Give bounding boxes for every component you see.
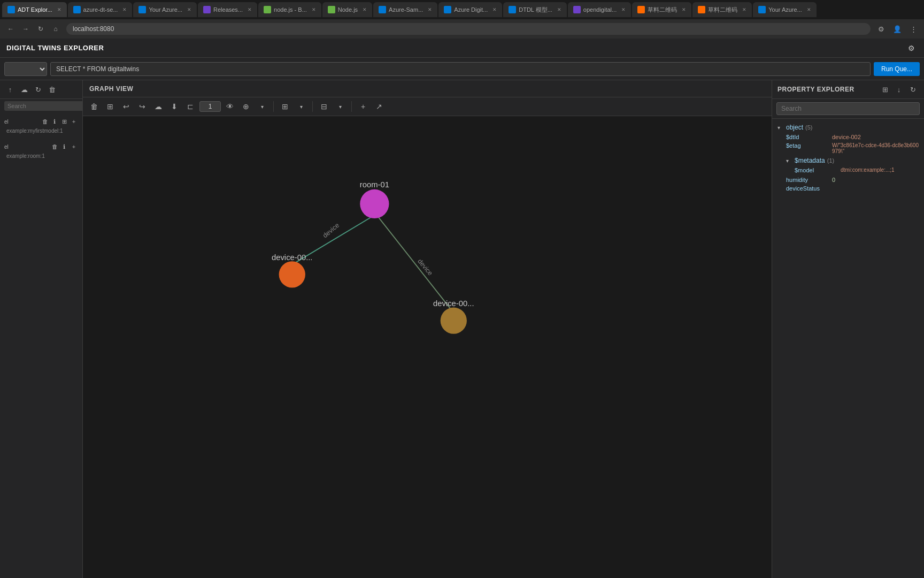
tab-close[interactable]: ✕: [742, 7, 746, 12]
split-icon[interactable]: ⊏: [183, 100, 197, 113]
add-icon[interactable]: +: [70, 142, 78, 151]
upload-icon[interactable]: ↑: [4, 83, 16, 95]
trash-icon[interactable]: 🗑: [87, 100, 101, 113]
address-input[interactable]: [66, 23, 871, 35]
chevron-down-meta-icon: ▾: [786, 158, 792, 164]
export-icon[interactable]: ↗: [372, 100, 386, 113]
back-arrow-icon[interactable]: ↩: [119, 100, 133, 113]
object-group-header[interactable]: ▾ object (5): [772, 122, 924, 133]
tab-6[interactable]: Azure Digit... ✕: [438, 2, 502, 17]
tab-11[interactable]: Your Azure... ✕: [753, 2, 817, 17]
tab-10[interactable]: 草料二维码 ✕: [692, 2, 752, 17]
tab-close[interactable]: ✕: [557, 7, 561, 12]
node-device-001[interactable]: [279, 261, 305, 287]
tab-4[interactable]: Node.js ✕: [322, 2, 372, 17]
node-device-002[interactable]: [441, 308, 467, 334]
tab-1[interactable]: Your Azure... ✕: [133, 2, 197, 17]
tab-close[interactable]: ✕: [492, 7, 497, 12]
metadata-group: ▾ $metadata (1) $model dtmi:com:example:…: [772, 155, 924, 174]
tab-close[interactable]: ✕: [312, 7, 316, 12]
property-search-input[interactable]: [776, 102, 920, 115]
forward-arrow-icon[interactable]: ↪: [135, 100, 149, 113]
plus-icon[interactable]: +: [356, 100, 370, 113]
tab-favicon: [203, 6, 211, 13]
prop-value-humidity: 0: [832, 177, 835, 183]
eye-icon[interactable]: 👁: [223, 100, 237, 113]
query-dropdown[interactable]: [4, 62, 47, 76]
tab-close[interactable]: ✕: [248, 7, 252, 12]
arrange-icon[interactable]: ⊟: [317, 100, 331, 113]
tab-close[interactable]: ✕: [187, 7, 191, 12]
chevron-down-2-icon[interactable]: ▾: [294, 100, 308, 113]
chevron-down-3-icon[interactable]: ▾: [333, 100, 347, 113]
tab-favicon: [328, 6, 335, 13]
app-title: DIGITAL TWINS EXPLORER: [6, 44, 104, 52]
tab-close[interactable]: ✕: [682, 7, 686, 12]
back-button[interactable]: ←: [4, 22, 17, 35]
cloud-upload-icon[interactable]: ☁: [18, 83, 30, 95]
tab-favicon: [637, 6, 645, 13]
list-item[interactable]: el 🗑 ℹ ⊞ +: [0, 115, 82, 128]
prop-humidity: humidity 0: [772, 176, 924, 184]
delete-item-icon[interactable]: 🗑: [41, 117, 49, 126]
tab-2[interactable]: Releases... ✕: [198, 2, 257, 17]
query-input[interactable]: [50, 62, 871, 76]
prop-etag: $etag W/"3c861e7c-cdce-4d36-dc8e3b600979…: [772, 141, 924, 155]
cloud-icon[interactable]: ☁: [151, 100, 165, 113]
active-tab[interactable]: ADT Explor... ✕: [2, 2, 67, 17]
tab-8[interactable]: opendigital... ✕: [568, 2, 631, 17]
run-query-button[interactable]: Run Que...: [874, 62, 920, 76]
left-panel-search[interactable]: [4, 101, 83, 111]
grid-icon[interactable]: ⊞: [278, 100, 292, 113]
more-button[interactable]: ⋮: [907, 22, 920, 35]
copy-icon[interactable]: ⊞: [60, 117, 68, 126]
tab-close-icon[interactable]: ✕: [57, 7, 61, 12]
delete-item-icon[interactable]: 🗑: [50, 142, 59, 151]
graph-canvas[interactable]: device device room-01 device-00... devic…: [83, 116, 772, 578]
expand-icon[interactable]: ⊕: [239, 100, 253, 113]
tab-close[interactable]: ✕: [621, 7, 626, 12]
info-icon[interactable]: ℹ: [60, 142, 68, 151]
prop-key-etag: $etag: [786, 142, 829, 149]
tab-7[interactable]: DTDL 模型... ✕: [503, 2, 567, 17]
extensions-button[interactable]: ⚙: [875, 22, 888, 35]
panel-refresh-icon[interactable]: ↻: [907, 83, 919, 95]
tab-favicon: [509, 6, 516, 13]
tab-bar: ADT Explor... ✕ azure-dt-se... ✕ Your Az…: [0, 0, 924, 19]
tab-favicon: [698, 6, 705, 13]
delete-icon[interactable]: 🗑: [46, 83, 58, 95]
tab-close[interactable]: ✕: [807, 7, 811, 12]
reload-button[interactable]: ↻: [34, 22, 47, 35]
tab-5[interactable]: Azure-Sam... ✕: [373, 2, 437, 17]
refresh-icon[interactable]: ↻: [32, 83, 44, 95]
add-icon[interactable]: +: [70, 117, 78, 126]
tab-favicon: [573, 6, 581, 13]
tab-favicon: [73, 6, 81, 13]
prop-value-model: dtmi:com:example:...;1: [841, 167, 895, 173]
left-panel: ↑ ☁ ↻ 🗑 el 🗑 ℹ ⊞ + example:myfirstmo: [0, 80, 83, 578]
depth-input[interactable]: [199, 101, 221, 112]
list-item[interactable]: el 🗑 ℹ +: [0, 140, 82, 153]
graph-area: GRAPH VIEW 🗑 ⊞ ↩ ↪ ☁ ⬇ ⊏ 👁 ⊕ ▾ ⊞ ▾ ⊟ ▾: [83, 80, 772, 578]
prop-key-devicestatus: deviceStatus: [786, 185, 829, 192]
cloud-down-icon[interactable]: ⬇: [167, 100, 181, 113]
node-room-01[interactable]: [360, 189, 389, 218]
tab-0[interactable]: azure-dt-se... ✕: [68, 2, 133, 17]
chevron-down-icon[interactable]: ▾: [255, 100, 269, 113]
tab-9[interactable]: 草料二维码 ✕: [632, 2, 691, 17]
metadata-group-header[interactable]: ▾ $metadata (1): [772, 155, 924, 166]
prop-value-etag: W/"3c861e7c-cdce-4d36-dc8e3b600979\": [832, 142, 919, 154]
tab-3[interactable]: node.js - B... ✕: [258, 2, 321, 17]
tab-label: Azure Digit...: [454, 6, 488, 13]
tab-close[interactable]: ✕: [363, 7, 367, 12]
settings-icon[interactable]: ⚙: [905, 42, 918, 55]
tab-close[interactable]: ✕: [428, 7, 432, 12]
forward-button[interactable]: →: [19, 22, 32, 35]
home-button[interactable]: ⌂: [49, 22, 62, 35]
info-icon[interactable]: ℹ: [50, 117, 59, 126]
panel-copy-icon[interactable]: ⊞: [879, 83, 891, 95]
panel-save-icon[interactable]: ↓: [893, 83, 905, 95]
tab-close[interactable]: ✕: [122, 7, 127, 12]
layout-icon[interactable]: ⊞: [103, 100, 117, 113]
profile-button[interactable]: 👤: [891, 22, 904, 35]
